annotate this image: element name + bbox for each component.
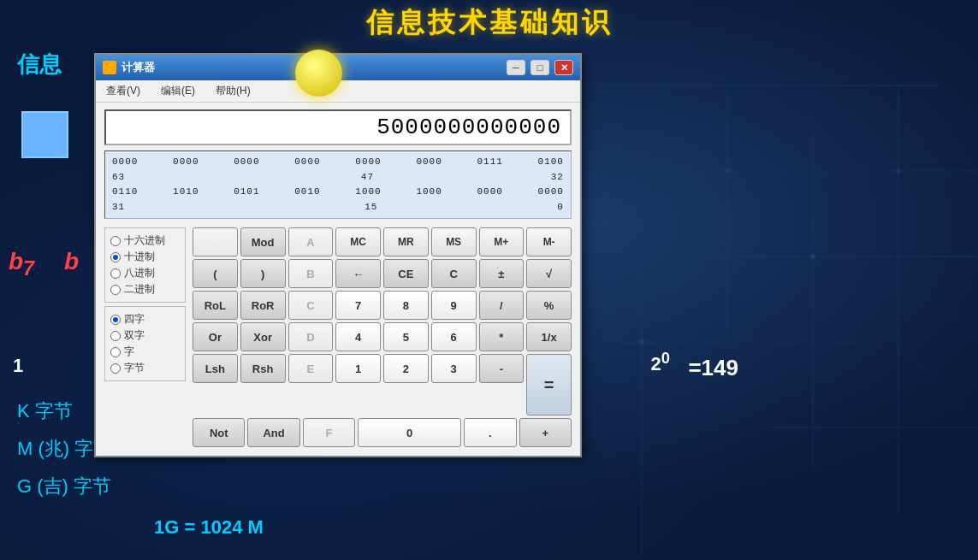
btn-lsh[interactable]: Lsh [193, 354, 238, 383]
btn-xor[interactable]: Xor [240, 322, 286, 351]
radio-bin-label: 二进制 [124, 282, 155, 297]
binary-row-2: 63 47 32 [112, 170, 564, 186]
radio-byte[interactable]: 字节 [110, 361, 180, 375]
btn-mc[interactable]: MC [335, 227, 381, 256]
radio-qword[interactable]: 四字 [110, 312, 180, 327]
btn-multiply[interactable]: * [479, 322, 525, 351]
btn-and[interactable]: And [247, 418, 299, 447]
btn-7[interactable]: 7 [335, 291, 381, 320]
btn-ms[interactable]: MS [431, 227, 477, 256]
g-label: G (吉) 字节 [17, 471, 111, 502]
calculator-window: 计算器 ─ □ ✕ 查看(V) 编辑(E) 帮助(H) 500000000000… [94, 53, 582, 457]
btn-sign[interactable]: ± [479, 259, 525, 288]
btn-percent[interactable]: % [526, 291, 572, 320]
btn-6[interactable]: 6 [431, 322, 477, 351]
btn-row-1: Mod A MC MR MS M+ M- [193, 227, 572, 256]
cursor-circle [295, 50, 342, 97]
btn-divide[interactable]: / [479, 291, 525, 320]
k-label: K 字节 [17, 396, 73, 427]
radio-bin[interactable]: 二进制 [110, 282, 180, 297]
btn-mplus[interactable]: M+ [479, 227, 525, 256]
btn-0[interactable]: 0 [358, 418, 461, 447]
btn-row-6: Not And F 0 . + [193, 418, 572, 447]
binary-row-4: 31 15 0 [112, 200, 564, 215]
btn-mod[interactable]: Mod [240, 227, 286, 256]
btn-row-4: Or Xor D 4 5 6 * 1/x [193, 322, 572, 351]
radio-word[interactable]: 字 [110, 345, 180, 359]
radio-dec-label: 十进制 [124, 250, 155, 264]
radio-bin-dot [110, 285, 121, 295]
btn-2[interactable]: 2 [383, 354, 429, 383]
right-equals: =149 [688, 355, 738, 381]
btn-9[interactable]: 9 [431, 291, 477, 320]
radio-hex[interactable]: 十六进制 [110, 233, 180, 248]
btn-mminus[interactable]: M- [526, 227, 572, 256]
b-label: b [64, 248, 79, 275]
btn-mr[interactable]: MR [383, 227, 429, 256]
radio-dword[interactable]: 双字 [110, 328, 180, 343]
radio-oct[interactable]: 八进制 [110, 266, 180, 280]
btn-plus[interactable]: + [519, 418, 572, 447]
btn-A[interactable]: A [288, 227, 334, 256]
radio-dword-dot [110, 331, 121, 341]
calc-app-icon [103, 61, 116, 74]
radio-oct-label: 八进制 [124, 266, 155, 280]
btn-dot[interactable]: . [464, 418, 516, 447]
radio-word-dot [110, 347, 121, 357]
bottom-formula: 1G = 1024 M [154, 516, 264, 539]
btn-8[interactable]: 8 [383, 291, 429, 320]
btn-or[interactable]: Or [193, 322, 238, 351]
btn-lparen[interactable]: ( [193, 259, 238, 288]
radio-dec[interactable]: 十进制 [110, 250, 180, 264]
maximize-button[interactable]: □ [530, 60, 549, 75]
btn-empty1[interactable] [193, 227, 238, 256]
btn-rparen[interactable]: ) [240, 259, 286, 288]
btn-4[interactable]: 4 [335, 322, 381, 351]
btn-equals[interactable]: = [526, 354, 572, 416]
radio-qword-label: 四字 [124, 312, 145, 327]
btn-3[interactable]: 3 [431, 354, 477, 383]
btn-1[interactable]: 1 [335, 354, 381, 383]
minimize-button[interactable]: ─ [507, 60, 525, 75]
btn-F[interactable]: F [303, 418, 355, 447]
menu-view[interactable]: 查看(V) [103, 82, 144, 100]
btn-sqrt[interactable]: √ [526, 259, 572, 288]
btn-5[interactable]: 5 [383, 322, 429, 351]
btn-row-3: RoL RoR C 7 8 9 / % [193, 291, 572, 320]
btn-E[interactable]: E [288, 354, 334, 383]
right-power: 20 [651, 349, 670, 375]
g-row: G (吉) 字节 [17, 471, 112, 502]
word-radio-group: 四字 双字 字 字节 [104, 306, 186, 381]
svg-point-11 [896, 168, 901, 174]
svg-point-12 [639, 339, 644, 345]
calc-display: 5000000000000 [104, 109, 572, 145]
btn-C[interactable]: C [288, 291, 334, 320]
svg-line-13 [582, 0, 978, 427]
radio-hex-dot [110, 236, 121, 246]
radio-qword-dot [110, 315, 121, 325]
btn-D[interactable]: D [288, 322, 334, 351]
btn-B[interactable]: B [288, 259, 334, 288]
menu-edit[interactable]: 编辑(E) [157, 82, 199, 100]
btn-rol[interactable]: RoL [193, 291, 238, 320]
btn-backspace[interactable]: ← [335, 259, 381, 288]
btn-reciprocal[interactable]: 1/x [526, 322, 572, 351]
calc-left-panel: 十六进制 十进制 八进制 二进制 四字 [104, 227, 186, 447]
calc-body: 十六进制 十进制 八进制 二进制 四字 [96, 224, 580, 456]
calc-button-grid: Mod A MC MR MS M+ M- ( ) B ← CE C ± √ [193, 227, 572, 447]
btn-rsh[interactable]: Rsh [240, 354, 286, 383]
btn-minus[interactable]: - [479, 354, 525, 383]
binary-row-1: 0000 0000 0000 0000 0000 0000 0111 0100 [112, 155, 564, 170]
btn-ror[interactable]: RoR [240, 291, 286, 320]
btn-not[interactable]: Not [193, 418, 245, 447]
menu-help[interactable]: 帮助(H) [212, 82, 254, 100]
number-1: 1 [13, 355, 23, 377]
svg-point-10 [810, 254, 815, 259]
radio-dec-dot [110, 252, 121, 262]
close-button[interactable]: ✕ [554, 60, 573, 75]
info-blue-box [21, 111, 68, 158]
btn-c[interactable]: C [431, 259, 477, 288]
btn-ce[interactable]: CE [383, 259, 429, 288]
calc-binary-display: 0000 0000 0000 0000 0000 0000 0111 0100 … [104, 150, 572, 219]
b7-label: b7 [9, 248, 34, 280]
